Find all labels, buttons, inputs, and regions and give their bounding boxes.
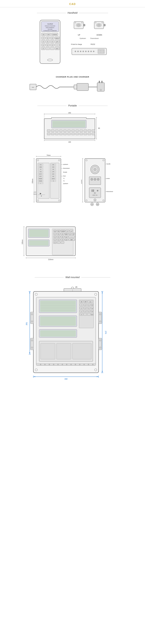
svg-rect-102 (63, 130, 67, 132)
bottom-device-svg (71, 46, 107, 56)
svg-text:DB9: DB9 (32, 87, 34, 88)
svg-text:TDS-100H: TDS-100H (48, 29, 52, 30)
svg-text:6: 6 (52, 41, 52, 42)
svg-text:downsteam: downsteam (63, 168, 70, 169)
svg-rect-98 (47, 130, 50, 132)
svg-text:.: . (62, 242, 63, 243)
svg-text:T2: T2 (63, 180, 65, 182)
portable-device-drawing: 250 (6, 111, 139, 143)
svg-text:251: 251 (25, 322, 28, 325)
svg-text:UP+: UP+ (52, 171, 54, 172)
svg-point-60 (75, 51, 76, 52)
svg-text:←→: ←→ (71, 236, 72, 238)
transducer-up: UP (72, 18, 86, 36)
svg-text:220V 3A: 220V 3A (93, 194, 98, 196)
svg-text:UP: UP (91, 204, 93, 205)
svg-text:3: 3 (52, 44, 52, 46)
wall-mounted-section: Wall mounted Ø9 251 (0, 273, 145, 388)
wall-mounted-drawing: Ø9 251 270 (6, 283, 139, 385)
svg-text:2: 2 (47, 44, 48, 46)
svg-point-383 (88, 364, 89, 365)
svg-text:OFF: OFF (58, 231, 60, 232)
svg-text:.: . (52, 48, 52, 49)
svg-text:0: 0 (81, 314, 82, 315)
svg-text:TX1: TX1 (40, 164, 42, 165)
svg-rect-369 (57, 343, 71, 359)
svg-text:heat: heat (63, 175, 66, 177)
svg-text:downstream: downstream (106, 191, 113, 192)
svg-text:T2: T2 (40, 169, 41, 170)
svg-rect-113 (59, 133, 62, 135)
svg-text:7: 7 (55, 234, 55, 234)
svg-text:CHARGE: CHARGE (61, 231, 65, 232)
svg-rect-84 (99, 81, 100, 83)
svg-text:⏚: ⏚ (95, 200, 95, 201)
svg-rect-100 (55, 130, 58, 132)
svg-point-71 (102, 50, 102, 51)
down-transducer-svg (93, 18, 106, 33)
svg-text:▶: ▶ (40, 192, 41, 194)
portable-bottom-svg: 100mm ON OFF CHARGE (22, 220, 123, 266)
svg-text:8: 8 (85, 304, 85, 306)
svg-text:CHARGE: CHARGE (52, 34, 57, 35)
svg-point-76 (103, 52, 104, 52)
svg-rect-58 (104, 24, 105, 26)
svg-text:1: 1 (81, 311, 82, 312)
svg-rect-114 (63, 133, 67, 135)
svg-text:ESN=0408001H: ESN=0408001H (46, 27, 54, 28)
svg-marker-311 (97, 376, 98, 377)
svg-text:upsteam: upsteam (63, 183, 68, 184)
svg-text:MEN: MEN (65, 234, 67, 234)
svg-text:Ø9: Ø9 (75, 286, 77, 288)
downstream-label: Downsteam (90, 38, 99, 39)
transducer-labels: Upsteam Downsteam (80, 38, 99, 39)
svg-text:Battery: Battery (33, 194, 37, 195)
svg-marker-310 (34, 376, 35, 377)
svg-rect-206 (89, 177, 101, 185)
svg-text:A: A (67, 231, 68, 232)
svg-rect-104 (71, 130, 75, 132)
charge-label: 8 hole for charge (71, 44, 82, 45)
svg-text:▼: ▼ (92, 311, 93, 312)
svg-marker-298 (29, 292, 30, 293)
svg-rect-119 (84, 133, 87, 135)
svg-text:RS485+: RS485+ (39, 178, 42, 179)
svg-rect-93 (52, 121, 86, 128)
svg-point-377 (62, 364, 63, 365)
transducer-group: UP DOWN (71, 18, 107, 56)
svg-text:AO+: AO+ (52, 174, 54, 174)
svg-rect-368 (41, 343, 55, 359)
svg-text:AC: AC (94, 192, 96, 194)
svg-point-215 (97, 190, 98, 192)
svg-text:270: 270 (105, 331, 107, 334)
upstream-label: Upsteam (80, 38, 86, 39)
svg-text:1: 1 (55, 239, 55, 240)
svg-point-375 (53, 364, 54, 365)
svg-point-372 (40, 364, 41, 365)
svg-text:▲: ▲ (71, 231, 72, 232)
svg-text:-: - (48, 48, 48, 49)
bottom-device-view: 8 hole for charge RS232 (71, 44, 107, 56)
charger-svg: DB9 (29, 80, 116, 94)
charger-drawing: DB9 (6, 80, 139, 94)
svg-text:▲▼: ▲▼ (56, 41, 58, 42)
svg-text:3: 3 (89, 311, 89, 312)
transducer-top-row: UP DOWN (72, 18, 106, 36)
svg-rect-319 (40, 300, 76, 312)
svg-point-384 (92, 364, 93, 365)
svg-text:AO24+: AO24+ (52, 178, 55, 179)
svg-text:Handle: Handle (106, 163, 111, 165)
svg-rect-52 (83, 24, 85, 26)
wall-title: Wall mounted (65, 276, 80, 279)
svg-rect-394 (99, 338, 102, 350)
svg-text:M: M (92, 304, 93, 306)
svg-point-67 (93, 51, 94, 52)
svg-text:power: power (34, 192, 36, 193)
svg-point-55 (97, 24, 100, 26)
handheld-device-svg: Handheld Ultrasonic flowmeter ESN=040800… (38, 18, 62, 65)
portable-front-panel: 74mm 150mm (32, 154, 75, 209)
svg-text:ENT: ENT (56, 48, 58, 49)
svg-text:power: power (106, 178, 110, 179)
svg-point-73 (99, 52, 99, 52)
svg-text:3: 3 (62, 239, 63, 240)
